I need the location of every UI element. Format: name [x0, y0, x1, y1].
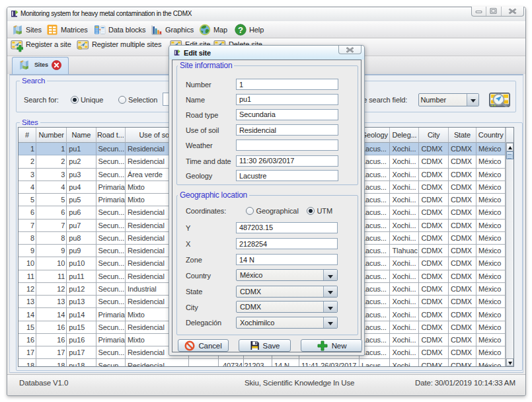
svg-text:?: ?	[238, 25, 243, 35]
